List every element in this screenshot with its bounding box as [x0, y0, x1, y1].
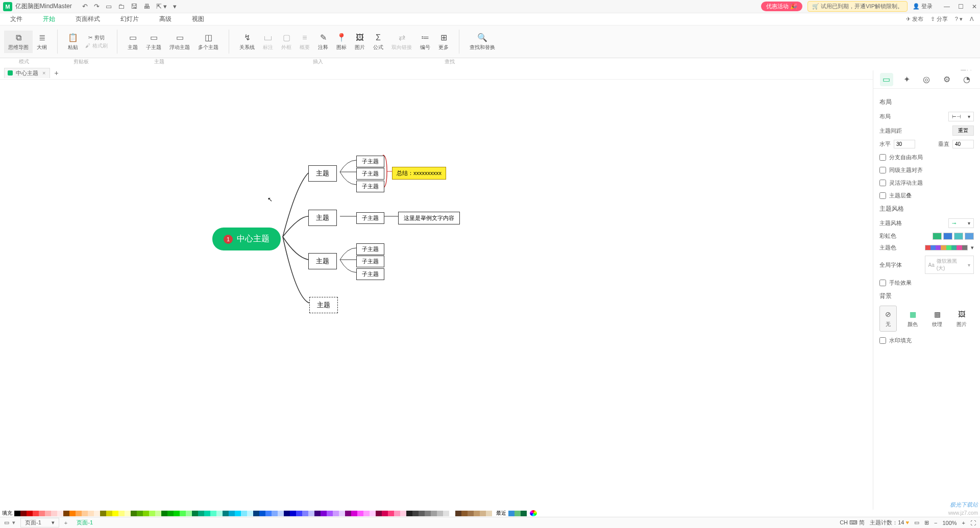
- color-swatch[interactable]: [137, 511, 143, 516]
- color-swatch[interactable]: [253, 511, 259, 516]
- color-swatch[interactable]: [357, 511, 363, 516]
- color-swatch[interactable]: [302, 511, 308, 516]
- color-swatch[interactable]: [486, 511, 492, 516]
- bg-texture[interactable]: ▩纹理: [928, 306, 946, 332]
- color-swatch[interactable]: [131, 511, 137, 516]
- color-swatch[interactable]: [425, 511, 431, 516]
- redo-icon[interactable]: ↷: [94, 3, 100, 10]
- color-swatch[interactable]: [376, 511, 382, 516]
- boundary-button[interactable]: ▢外框: [277, 31, 296, 53]
- color-swatch[interactable]: [204, 511, 210, 516]
- panel-tab-marker[interactable]: ◎: [920, 73, 933, 86]
- color-swatch[interactable]: [290, 511, 296, 516]
- publish-button[interactable]: ✈ 发布: [906, 15, 923, 23]
- open-icon[interactable]: 🗀: [118, 3, 125, 10]
- color-swatch[interactable]: [265, 511, 272, 516]
- fit-icon[interactable]: ⊞: [924, 519, 929, 526]
- color-swatch[interactable]: [333, 511, 339, 516]
- image-button[interactable]: 🖼图片: [351, 31, 369, 53]
- qat-more-icon[interactable]: ▾: [173, 3, 177, 10]
- page-selector[interactable]: 页面-1▾: [20, 518, 59, 527]
- color-swatch[interactable]: [33, 511, 39, 516]
- cb-handdrawn[interactable]: [879, 280, 886, 286]
- floating-topic-button[interactable]: ▭浮动主题: [165, 31, 194, 53]
- menu-slideshow[interactable]: 幻灯片: [120, 15, 139, 23]
- menu-start[interactable]: 开始: [43, 15, 55, 23]
- login-button[interactable]: 👤登录: [913, 3, 933, 10]
- color-swatch[interactable]: [241, 511, 247, 516]
- promo-badge[interactable]: 优惠活动🎉: [761, 2, 802, 11]
- color-swatch[interactable]: [406, 511, 412, 516]
- color-swatch[interactable]: [431, 511, 437, 516]
- save-icon[interactable]: 🖫: [131, 3, 137, 10]
- page-tab[interactable]: 页面-1: [77, 519, 93, 526]
- color-swatch[interactable]: [229, 511, 235, 516]
- color-swatch[interactable]: [443, 511, 449, 516]
- new-icon[interactable]: ▭: [106, 3, 112, 10]
- color-swatch[interactable]: [94, 511, 100, 516]
- menu-view[interactable]: 视图: [192, 15, 204, 23]
- add-tab-button[interactable]: +: [54, 69, 58, 77]
- formula-button[interactable]: Σ公式: [369, 31, 387, 53]
- print-icon[interactable]: 🖶: [143, 3, 150, 10]
- bilink-button[interactable]: ⇄双向链接: [387, 31, 416, 53]
- color-swatch[interactable]: [186, 511, 192, 516]
- color-swatch[interactable]: [272, 511, 278, 516]
- find-replace-button[interactable]: 🔍查找和替换: [465, 31, 499, 53]
- page-list-icon[interactable]: ▭: [4, 519, 9, 526]
- color-swatch[interactable]: [63, 511, 69, 516]
- close-icon[interactable]: ✕: [972, 3, 977, 10]
- color-swatch[interactable]: [69, 511, 76, 516]
- collapse-ribbon-icon[interactable]: ᐱ: [970, 16, 974, 22]
- color-swatch[interactable]: [247, 511, 253, 516]
- color-swatch[interactable]: [351, 511, 357, 516]
- topic-node-3[interactable]: 主题: [308, 253, 337, 269]
- color-swatch[interactable]: [370, 511, 376, 516]
- rainbow-swatches[interactable]: [933, 233, 974, 240]
- color-swatch[interactable]: [216, 511, 223, 516]
- panel-tab-layout[interactable]: ▭: [880, 73, 893, 86]
- summary-node[interactable]: 总结：xxxxxxxxxx: [392, 167, 446, 180]
- color-swatch[interactable]: [118, 511, 125, 516]
- subtopic-node[interactable]: 子主题: [356, 256, 384, 267]
- color-swatch[interactable]: [259, 511, 265, 516]
- maximize-icon[interactable]: ☐: [958, 3, 964, 10]
- topic-node-4[interactable]: 主题: [309, 297, 338, 313]
- color-swatch[interactable]: [27, 511, 33, 516]
- topic-button[interactable]: ▭主题: [124, 31, 142, 53]
- color-swatch[interactable]: [20, 511, 27, 516]
- minimize-icon[interactable]: ―: [944, 3, 950, 10]
- horiz-input[interactable]: [894, 140, 915, 148]
- view-mode-icon[interactable]: ▭: [914, 519, 919, 526]
- color-swatch[interactable]: [39, 511, 45, 516]
- layout-select[interactable]: ⊢⊣▾: [948, 112, 974, 121]
- color-swatch[interactable]: [143, 511, 149, 516]
- central-topic[interactable]: 1 中心主题: [212, 228, 281, 250]
- zoom-in-button[interactable]: +: [962, 520, 965, 526]
- help-icon[interactable]: ? ▾: [955, 16, 963, 22]
- color-swatch[interactable]: [339, 511, 345, 516]
- color-swatch[interactable]: [76, 511, 82, 516]
- color-swatch[interactable]: [419, 511, 425, 516]
- cb-free-layout[interactable]: [879, 154, 886, 161]
- color-swatch[interactable]: [106, 511, 112, 516]
- color-swatch[interactable]: [112, 511, 118, 516]
- subtopic-node[interactable]: 子主题: [356, 268, 384, 280]
- bg-image[interactable]: 🖼图片: [953, 306, 970, 332]
- fullscreen-icon[interactable]: ⛶: [970, 520, 976, 526]
- color-swatch[interactable]: [468, 511, 474, 516]
- color-swatch[interactable]: [192, 511, 198, 516]
- color-swatch[interactable]: [88, 511, 94, 516]
- color-swatch[interactable]: [149, 511, 155, 516]
- theme-color-strip[interactable]: [925, 245, 968, 250]
- subtopic-node[interactable]: 子主题: [356, 168, 384, 180]
- zoom-level[interactable]: 100%: [942, 520, 957, 526]
- color-swatch[interactable]: [167, 511, 174, 516]
- add-page-button[interactable]: +: [61, 520, 70, 526]
- color-picker-icon[interactable]: [530, 510, 537, 516]
- color-swatch[interactable]: [57, 511, 63, 516]
- color-swatch[interactable]: [455, 511, 461, 516]
- subtopic-node[interactable]: 子主题: [356, 212, 384, 224]
- panel-tab-history[interactable]: ◔: [960, 73, 973, 86]
- color-swatch[interactable]: [14, 511, 20, 516]
